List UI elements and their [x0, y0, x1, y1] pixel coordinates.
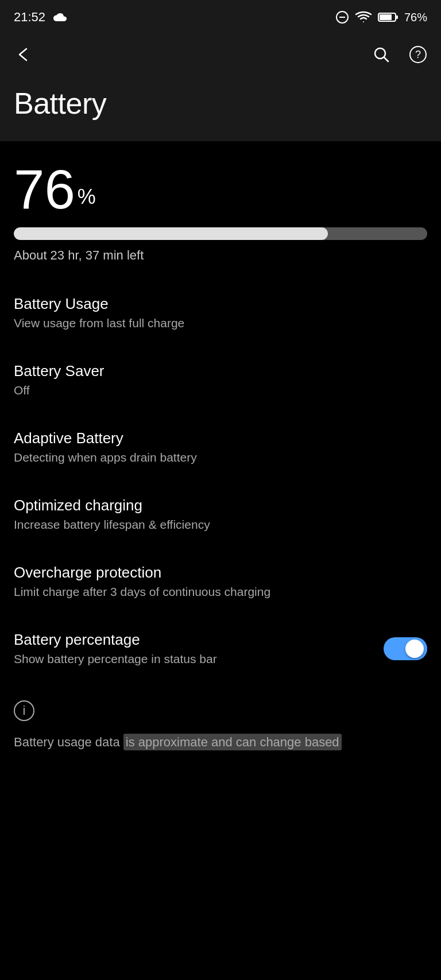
- info-icon-row: i: [14, 698, 427, 721]
- svg-rect-4: [380, 14, 392, 20]
- settings-list: Battery Usage View usage from last full …: [0, 279, 441, 682]
- settings-item-battery-saver[interactable]: Battery Saver Off: [0, 346, 441, 413]
- search-button[interactable]: [370, 43, 393, 66]
- overcharge-protection-subtitle: Limit charge after 3 days of continuous …: [14, 585, 427, 599]
- battery-saver-subtitle: Off: [14, 384, 427, 397]
- settings-item-text: Battery Usage View usage from last full …: [14, 295, 427, 330]
- status-bar: 21:52 76%: [0, 0, 441, 34]
- battery-percentage-display: 76 %: [14, 162, 427, 217]
- settings-item-battery-usage[interactable]: Battery Usage View usage from last full …: [0, 279, 441, 346]
- battery-status-icon: [378, 11, 399, 23]
- battery-percentage-title: Battery percentage: [14, 631, 372, 649]
- info-highlight: is approximate and can change based: [123, 734, 342, 750]
- optimized-charging-title: Optimized charging: [14, 497, 427, 514]
- toggle-knob: [405, 640, 424, 658]
- page-title: Battery: [14, 86, 427, 121]
- optimized-charging-subtitle: Increase battery lifespan & efficiency: [14, 518, 427, 532]
- top-nav: ?: [0, 34, 441, 75]
- battery-progress-fill: [14, 227, 328, 240]
- battery-percentage-subtitle: Show battery percentage in status bar: [14, 652, 372, 666]
- svg-line-6: [384, 57, 388, 61]
- battery-time-remaining: About 23 hr, 37 min left: [14, 248, 427, 263]
- info-icon: i: [14, 700, 34, 721]
- battery-percent-status: 76%: [404, 11, 427, 24]
- cloud-icon: [51, 11, 67, 23]
- battery-progress-bar: [14, 227, 427, 240]
- settings-item-text: Battery Saver Off: [14, 362, 427, 397]
- info-text: Battery usage data is approximate and ca…: [14, 733, 427, 752]
- settings-item-text: Overcharge protection Limit charge after…: [14, 564, 427, 599]
- battery-usage-title: Battery Usage: [14, 295, 427, 313]
- adaptive-battery-title: Adaptive Battery: [14, 429, 427, 447]
- dnd-icon: [335, 10, 349, 24]
- svg-text:?: ?: [415, 49, 421, 60]
- battery-percentage-toggle[interactable]: [384, 637, 427, 660]
- settings-item-battery-percentage[interactable]: Battery percentage Show battery percenta…: [0, 615, 441, 682]
- svg-rect-3: [396, 16, 398, 19]
- adaptive-battery-subtitle: Detecting when apps drain battery: [14, 451, 427, 464]
- status-left: 21:52: [14, 10, 67, 25]
- settings-item-overcharge-protection[interactable]: Overcharge protection Limit charge after…: [0, 548, 441, 615]
- page-title-area: Battery: [0, 75, 441, 141]
- battery-number: 76: [14, 162, 75, 217]
- settings-item-text: Optimized charging Increase battery life…: [14, 497, 427, 532]
- wifi-icon: [355, 10, 372, 24]
- time-display: 21:52: [14, 10, 45, 25]
- settings-item-optimized-charging[interactable]: Optimized charging Increase battery life…: [0, 481, 441, 548]
- overcharge-protection-title: Overcharge protection: [14, 564, 427, 582]
- help-button[interactable]: ?: [407, 43, 430, 66]
- settings-item-text: Adaptive Battery Detecting when apps dra…: [14, 429, 427, 464]
- battery-usage-subtitle: View usage from last full charge: [14, 316, 427, 330]
- main-content: 76 % About 23 hr, 37 min left Battery Us…: [0, 141, 441, 752]
- battery-percentage-control: [384, 637, 427, 660]
- nav-icons-right: ?: [370, 43, 430, 66]
- battery-saver-title: Battery Saver: [14, 362, 427, 380]
- back-button[interactable]: [11, 43, 34, 66]
- status-right: 76%: [335, 10, 427, 24]
- info-section: i Battery usage data is approximate and …: [0, 682, 441, 752]
- settings-item-adaptive-battery[interactable]: Adaptive Battery Detecting when apps dra…: [0, 413, 441, 481]
- battery-percent-sign: %: [78, 185, 96, 209]
- settings-item-text: Battery percentage Show battery percenta…: [14, 631, 372, 666]
- battery-level-section: 76 % About 23 hr, 37 min left: [0, 141, 441, 279]
